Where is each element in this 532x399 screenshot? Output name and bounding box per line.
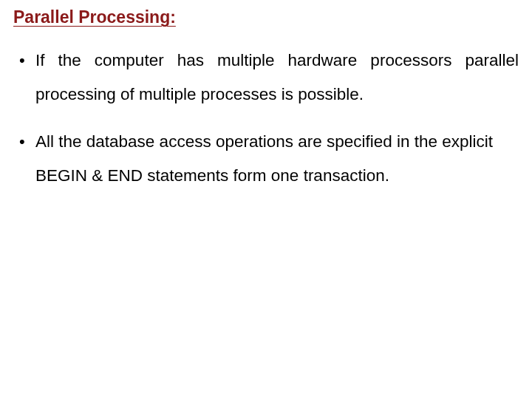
list-item: If the computer has multiple hardware pr… xyxy=(13,44,519,112)
slide-title: Parallel Processing: xyxy=(13,7,519,27)
slide: Parallel Processing: If the computer has… xyxy=(0,0,532,399)
bullet-list: If the computer has multiple hardware pr… xyxy=(13,44,519,194)
list-item: All the database access operations are s… xyxy=(13,125,519,193)
